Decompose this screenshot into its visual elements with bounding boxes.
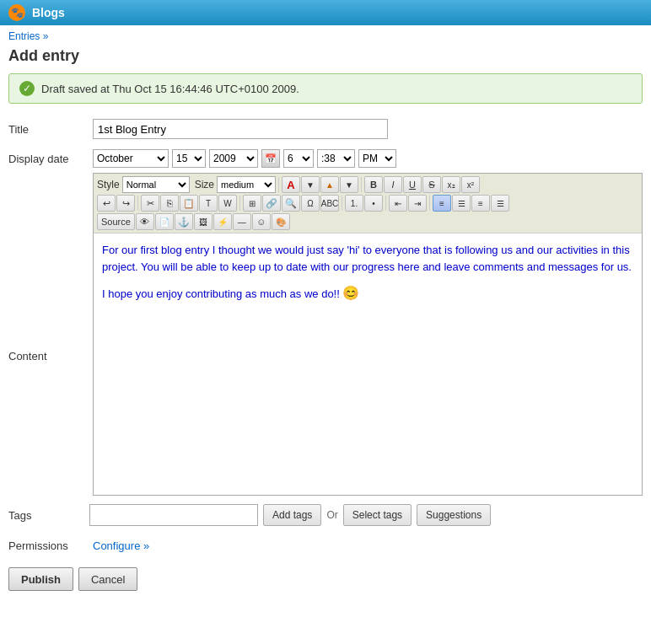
paste-word-btn[interactable]: W	[218, 195, 237, 212]
source-btn[interactable]: Source	[97, 213, 135, 230]
title-input[interactable]	[93, 119, 388, 139]
increase-indent-btn[interactable]: ⇥	[408, 195, 427, 212]
cut-btn[interactable]: ✂	[141, 195, 159, 212]
ampm-select[interactable]: PMAM	[358, 149, 396, 168]
select-tags-btn[interactable]: Select tags	[343, 504, 412, 526]
italic-btn[interactable]: I	[384, 176, 402, 193]
toolbar-separator-1	[278, 177, 279, 192]
toolbar-row-3: Source 👁 📄 ⚓ 🖼 ⚡ — ☺ 🎨	[97, 213, 638, 230]
add-tags-btn[interactable]: Add tags	[263, 504, 321, 526]
template-btn[interactable]: 📄	[155, 213, 174, 230]
bold-btn[interactable]: B	[364, 176, 383, 193]
paste-btn[interactable]: 📋	[180, 195, 198, 212]
content-paragraph-1: For our first blog entry I thought we wo…	[102, 242, 633, 275]
app-title: Blogs	[32, 6, 65, 19]
content-label: Content	[8, 173, 84, 362]
hour-select[interactable]: 6	[283, 149, 314, 168]
editor-content[interactable]: For our first blog entry I thought we wo…	[94, 233, 642, 495]
justify-btn[interactable]: ☰	[491, 195, 509, 212]
year-select[interactable]: 2009200720082010	[209, 149, 258, 168]
source-btn-label: Source	[101, 217, 131, 227]
cancel-btn[interactable]: Cancel	[78, 567, 137, 591]
toolbar-separator-5	[342, 196, 342, 211]
smiley-btn[interactable]: ☺	[252, 213, 271, 230]
display-date-label: Display date	[8, 153, 84, 165]
calendar-btn[interactable]: 📅	[261, 149, 280, 168]
align-left-btn[interactable]: ≡	[433, 195, 451, 212]
title-row: Title	[0, 114, 651, 144]
title-label: Title	[8, 123, 84, 136]
strikethrough-btn[interactable]: S	[422, 176, 441, 193]
app-icon: 🐾	[8, 4, 25, 21]
smiley-emoji: 😊	[342, 286, 359, 300]
align-center-btn[interactable]: ☰	[452, 195, 471, 212]
minute-select[interactable]: :38	[317, 149, 355, 168]
tags-input[interactable]	[89, 504, 258, 526]
font-color-btn[interactable]: ▼	[301, 176, 320, 193]
editor-toolbar: Style Normal Heading 1Heading 2Heading 3…	[94, 174, 642, 233]
superscript-btn[interactable]: x²	[461, 176, 480, 193]
draft-notice: ✓ Draft saved at Thu Oct 15 16:44:46 UTC…	[8, 73, 643, 104]
hr-btn[interactable]: —	[233, 213, 251, 230]
link-btn[interactable]: 🔗	[262, 195, 281, 212]
ordered-list-btn[interactable]: 1.	[345, 195, 363, 212]
toolbar-separator-7	[429, 196, 430, 211]
toolbar-separator-2	[361, 177, 362, 192]
highlight-color-btn[interactable]: ▼	[340, 176, 358, 193]
publish-btn[interactable]: Publish	[8, 567, 73, 591]
highlight-btn[interactable]: ▲	[320, 176, 339, 193]
anchor-btn[interactable]: ⚓	[175, 213, 193, 230]
size-select[interactable]: medium smalllargex-large	[217, 176, 276, 193]
spellcheck-btn[interactable]: ABC	[320, 195, 339, 212]
app-header: 🐾 Blogs	[0, 0, 651, 25]
permissions-row: Permissions Configure »	[0, 534, 651, 557]
toolbar-row-1: Style Normal Heading 1Heading 2Heading 3…	[97, 176, 638, 193]
display-date-row: Display date October JanuaryFebruaryMarc…	[0, 144, 651, 173]
special-chars-btn[interactable]: Ω	[301, 195, 320, 212]
toolbar-row-2: ↩ ↪ ✂ ⎘ 📋 T W ⊞ 🔗 🔍 Ω ABC 1. •	[97, 195, 638, 212]
toolbar-separator-4	[239, 196, 240, 211]
unordered-list-btn[interactable]: •	[364, 195, 383, 212]
align-right-btn[interactable]: ≡	[471, 195, 490, 212]
image-btn[interactable]: 🖼	[194, 213, 213, 230]
breadcrumb: Entries »	[0, 25, 651, 44]
tags-row: Tags Add tags Or Select tags Suggestions	[0, 496, 651, 534]
undo-btn[interactable]: ↩	[97, 195, 116, 212]
editor-wrapper: Style Normal Heading 1Heading 2Heading 3…	[93, 173, 643, 496]
style-select[interactable]: Normal Heading 1Heading 2Heading 3	[122, 176, 190, 193]
style-label: Style	[97, 179, 120, 191]
content-row: Content Style Normal Heading 1Heading 2H…	[0, 173, 651, 496]
breadcrumb-entries-link[interactable]: Entries	[8, 30, 40, 42]
size-label: Size	[195, 179, 214, 191]
content-paragraph-2: I hope you enjoy contributing as much as…	[102, 283, 633, 303]
configure-link[interactable]: Configure »	[93, 539, 149, 552]
underline-btn[interactable]: U	[403, 176, 422, 193]
breadcrumb-separator: »	[43, 30, 49, 42]
day-select[interactable]: 15	[172, 149, 206, 168]
subscript-btn[interactable]: x₂	[442, 176, 460, 193]
month-select[interactable]: October JanuaryFebruaryMarch AprilMayJun…	[93, 149, 169, 168]
copy-btn[interactable]: ⎘	[160, 195, 179, 212]
flash-btn[interactable]: ⚡	[213, 213, 232, 230]
suggestions-btn[interactable]: Suggestions	[417, 504, 491, 526]
color-picker-btn[interactable]: 🎨	[272, 213, 290, 230]
decrease-indent-btn[interactable]: ⇤	[389, 195, 407, 212]
draft-notice-icon: ✓	[19, 81, 35, 96]
page-container: Entries » Add entry ✓ Draft saved at Thu…	[0, 25, 651, 644]
redo-btn[interactable]: ↪	[116, 195, 135, 212]
font-format-btn[interactable]: A	[282, 176, 300, 193]
table-btn[interactable]: ⊞	[243, 195, 261, 212]
date-controls: October JanuaryFebruaryMarch AprilMayJun…	[93, 149, 396, 168]
draft-notice-text: Draft saved at Thu Oct 15 16:44:46 UTC+0…	[41, 83, 299, 95]
preview-btn[interactable]: 👁	[136, 213, 154, 230]
paste-text-btn[interactable]: T	[199, 195, 218, 212]
find-btn[interactable]: 🔍	[282, 195, 300, 212]
page-title: Add entry	[0, 44, 651, 73]
action-row: Publish Cancel	[0, 557, 651, 601]
permissions-label: Permissions	[8, 539, 84, 552]
toolbar-separator-6	[385, 196, 386, 211]
tags-or-label: Or	[326, 509, 337, 521]
tags-label: Tags	[8, 509, 84, 522]
toolbar-separator-3	[137, 196, 138, 211]
